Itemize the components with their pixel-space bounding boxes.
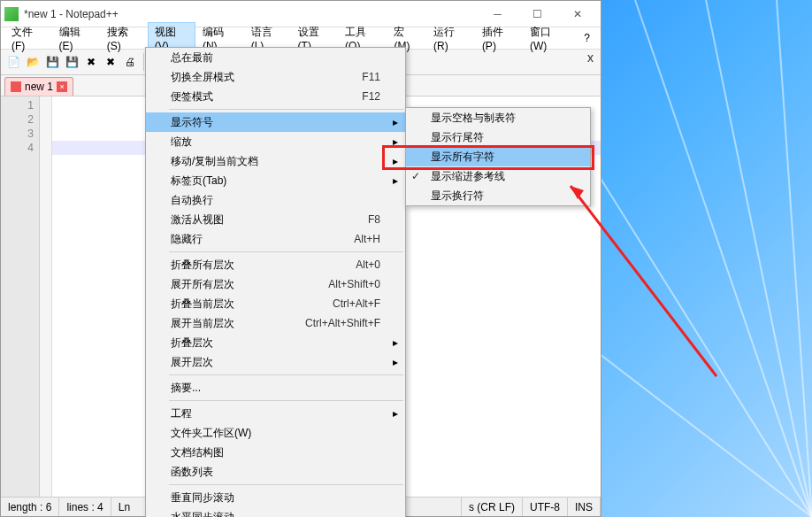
menu-item-label: 便签模式 xyxy=(171,89,213,104)
submenu-arrow-icon: ▸ xyxy=(393,336,398,349)
menu-file[interactable]: 文件(F) xyxy=(4,22,52,55)
close-file-icon[interactable]: ✖ xyxy=(82,53,100,71)
submenu-item[interactable]: 显示空格与制表符 xyxy=(406,108,590,127)
line-number: 1 xyxy=(1,98,34,112)
submenu-item-label: 显示空格与制表符 xyxy=(431,111,516,126)
submenu-arrow-icon: ▸ xyxy=(393,135,398,148)
status-encoding: UTF-8 xyxy=(523,498,568,516)
menu-item[interactable]: 切换全屏模式F11 xyxy=(146,67,405,87)
menubar: 文件(F) 编辑(E) 搜索(S) 视图(V) 编码(N) 语言(L) 设置(T… xyxy=(1,27,601,49)
status-lines: lines : 4 xyxy=(59,498,111,516)
menu-shortcut: F8 xyxy=(368,213,380,226)
menu-item[interactable]: 折叠所有层次Alt+0 xyxy=(146,255,405,274)
menu-run[interactable]: 运行(R) xyxy=(426,22,475,55)
menu-help[interactable]: ? xyxy=(577,29,597,47)
submenu-item[interactable]: 显示行尾符 xyxy=(406,127,590,147)
menu-item-label: 文件夹工作区(W) xyxy=(171,426,251,441)
menu-item[interactable]: 总在最前 xyxy=(146,48,405,67)
menu-separator xyxy=(169,484,403,485)
tab-modified-icon xyxy=(11,81,21,92)
menu-item[interactable]: 显示符号▸ xyxy=(146,112,405,132)
menu-item[interactable]: 工程▸ xyxy=(146,404,405,423)
menu-item-label: 文档结构图 xyxy=(171,445,224,460)
menu-separator xyxy=(169,109,403,110)
view-dropdown-menu: 总在最前切换全屏模式F11便签模式F12显示符号▸缩放▸移动/复制当前文档▸标签… xyxy=(145,47,406,517)
menu-item-label: 函数列表 xyxy=(171,465,213,480)
menu-item[interactable]: 隐藏行Alt+H xyxy=(146,229,405,249)
menu-shortcut: F12 xyxy=(362,90,380,103)
desktop-light-rays xyxy=(600,0,812,517)
menu-item[interactable]: 折叠当前层次Ctrl+Alt+F xyxy=(146,294,405,313)
submenu-item[interactable]: ✓显示缩进参考线 xyxy=(406,166,590,186)
menu-item[interactable]: 垂直同步滚动 xyxy=(146,488,405,507)
menu-item-label: 工程 xyxy=(171,406,192,421)
close-all-icon[interactable]: ✖ xyxy=(102,53,119,71)
fold-column xyxy=(40,96,52,497)
menu-search[interactable]: 搜索(S) xyxy=(100,22,148,55)
menu-item-label: 水平同步滚动 xyxy=(171,510,234,518)
tabstrip-close-icon[interactable]: x xyxy=(587,50,594,65)
app-icon xyxy=(4,7,19,21)
menu-item[interactable]: 文档结构图 xyxy=(146,443,405,462)
menu-item-label: 标签页(Tab) xyxy=(171,174,226,189)
menu-item-label: 摘要... xyxy=(171,381,201,396)
status-eol: s (CR LF) xyxy=(462,498,523,516)
line-number: 4 xyxy=(1,141,34,155)
menu-shortcut: F11 xyxy=(362,71,380,83)
menu-item-label: 切换全屏模式 xyxy=(171,70,234,85)
menu-item[interactable]: 展开层次▸ xyxy=(146,352,405,372)
svg-line-0 xyxy=(635,0,812,517)
svg-line-4 xyxy=(600,354,812,517)
menu-item[interactable]: 移动/复制当前文档▸ xyxy=(146,151,405,171)
menu-item[interactable]: 缩放▸ xyxy=(146,132,405,151)
save-all-icon[interactable]: 💾 xyxy=(63,53,80,71)
menu-window[interactable]: 窗口(W) xyxy=(523,22,573,55)
menu-item[interactable]: 自动换行 xyxy=(146,190,405,210)
menu-item[interactable]: 展开所有层次Alt+Shift+0 xyxy=(146,274,405,294)
tab-new1[interactable]: new 1 × xyxy=(4,77,73,96)
menu-separator xyxy=(169,251,403,252)
svg-line-3 xyxy=(600,177,812,517)
menu-item-label: 展开当前层次 xyxy=(171,316,234,331)
window-title: *new 1 - Notepad++ xyxy=(24,8,478,20)
status-length: length : 6 xyxy=(1,498,59,516)
menu-item[interactable]: 展开当前层次Ctrl+Alt+Shift+F xyxy=(146,313,405,333)
menu-item[interactable]: 便签模式F12 xyxy=(146,87,405,106)
submenu-item[interactable]: 显示换行符 xyxy=(406,186,590,205)
menu-plugins[interactable]: 插件(P) xyxy=(475,22,523,55)
menu-shortcut: Ctrl+Alt+Shift+F xyxy=(305,317,380,329)
menu-edit[interactable]: 编辑(E) xyxy=(52,22,100,55)
submenu-arrow-icon: ▸ xyxy=(393,116,398,128)
menu-item[interactable]: 文件夹工作区(W) xyxy=(146,423,405,443)
menu-separator xyxy=(169,374,403,375)
tab-close-icon[interactable]: × xyxy=(57,81,67,92)
menu-item[interactable]: 激活从视图F8 xyxy=(146,210,405,229)
menu-shortcut: Alt+H xyxy=(354,233,380,245)
menu-item-label: 垂直同步滚动 xyxy=(171,490,234,505)
submenu-item-label: 显示所有字符 xyxy=(431,150,494,165)
submenu-arrow-icon: ▸ xyxy=(393,155,398,167)
toolbar-separator xyxy=(143,53,144,71)
menu-item-label: 自动换行 xyxy=(171,193,213,208)
open-file-icon[interactable]: 📂 xyxy=(24,53,42,71)
save-icon[interactable]: 💾 xyxy=(43,53,61,71)
status-ins: INS xyxy=(568,498,601,516)
menu-item[interactable]: 折叠层次▸ xyxy=(146,333,405,352)
line-number: 3 xyxy=(1,127,34,141)
submenu-arrow-icon: ▸ xyxy=(393,356,398,368)
menu-item-label: 展开所有层次 xyxy=(171,277,234,292)
svg-line-2 xyxy=(777,0,812,517)
menu-item[interactable]: 水平同步滚动 xyxy=(146,507,405,517)
menu-item[interactable]: 函数列表 xyxy=(146,462,405,482)
menu-item[interactable]: 标签页(Tab)▸ xyxy=(146,171,405,190)
check-icon: ✓ xyxy=(411,170,420,182)
submenu-item-label: 显示行尾符 xyxy=(431,130,484,145)
print-icon[interactable]: 🖨 xyxy=(121,53,139,71)
menu-item[interactable]: 摘要... xyxy=(146,378,405,397)
symbols-submenu: 显示空格与制表符显示行尾符显示所有字符✓显示缩进参考线显示换行符 xyxy=(405,107,591,206)
new-file-icon[interactable]: 📄 xyxy=(4,53,22,71)
line-number: 2 xyxy=(1,112,34,127)
submenu-arrow-icon: ▸ xyxy=(393,174,398,187)
submenu-item-label: 显示换行符 xyxy=(431,189,484,204)
submenu-item[interactable]: 显示所有字符 xyxy=(406,147,590,166)
